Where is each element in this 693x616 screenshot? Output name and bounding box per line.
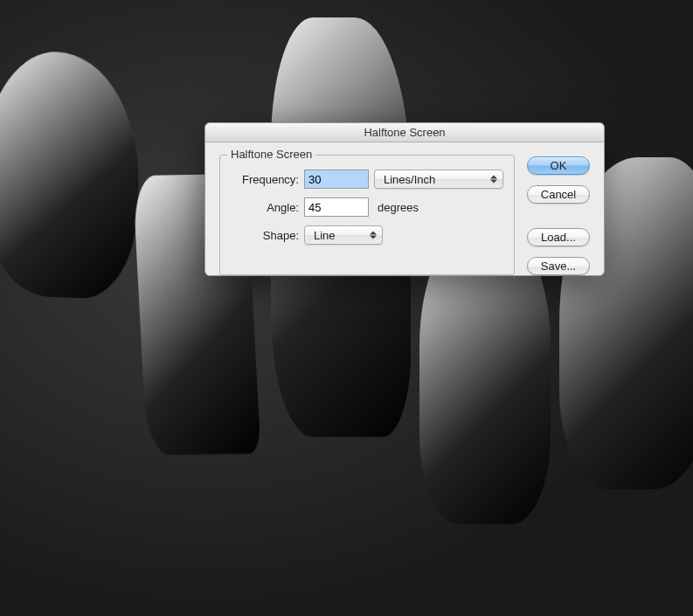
- fieldset-legend: Halftone Screen: [227, 148, 315, 161]
- shape-select[interactable]: Line: [304, 225, 383, 245]
- frequency-row: Frequency: Lines/Inch: [231, 170, 503, 189]
- dialog-body: Halftone Screen Frequency: Lines/Inch An…: [205, 142, 604, 287]
- cancel-button[interactable]: Cancel: [527, 185, 590, 204]
- halftone-fieldset: Halftone Screen Frequency: Lines/Inch An…: [219, 155, 515, 275]
- select-arrows-icon: [490, 176, 497, 183]
- ok-button[interactable]: OK: [527, 156, 590, 175]
- shape-label: Shape:: [231, 229, 299, 242]
- angle-row: Angle: degrees: [231, 197, 503, 217]
- save-button-label: Save...: [541, 260, 576, 273]
- shape-value: Line: [314, 229, 336, 242]
- angle-unit-label: degrees: [378, 201, 419, 214]
- background-artwork: [0, 0, 693, 616]
- ok-button-label: OK: [551, 159, 567, 172]
- load-button-label: Load...: [541, 231, 576, 244]
- frequency-unit-value: Lines/Inch: [384, 173, 435, 186]
- shape-row: Shape: Line: [231, 225, 503, 245]
- angle-input[interactable]: [304, 197, 369, 217]
- dialog-titlebar: Halftone Screen: [205, 123, 604, 142]
- button-column: OK Cancel Load... Save...: [527, 155, 590, 275]
- save-button[interactable]: Save...: [527, 257, 590, 275]
- select-arrows-icon: [370, 232, 377, 239]
- frequency-label: Frequency:: [231, 173, 299, 186]
- frequency-unit-select[interactable]: Lines/Inch: [374, 170, 503, 189]
- load-button[interactable]: Load...: [527, 228, 590, 246]
- cancel-button-label: Cancel: [541, 188, 576, 201]
- frequency-input[interactable]: [304, 170, 369, 189]
- angle-label: Angle:: [231, 201, 299, 214]
- dialog-title: Halftone Screen: [364, 126, 445, 139]
- halftone-screen-dialog: Halftone Screen Halftone Screen Frequenc…: [204, 122, 605, 276]
